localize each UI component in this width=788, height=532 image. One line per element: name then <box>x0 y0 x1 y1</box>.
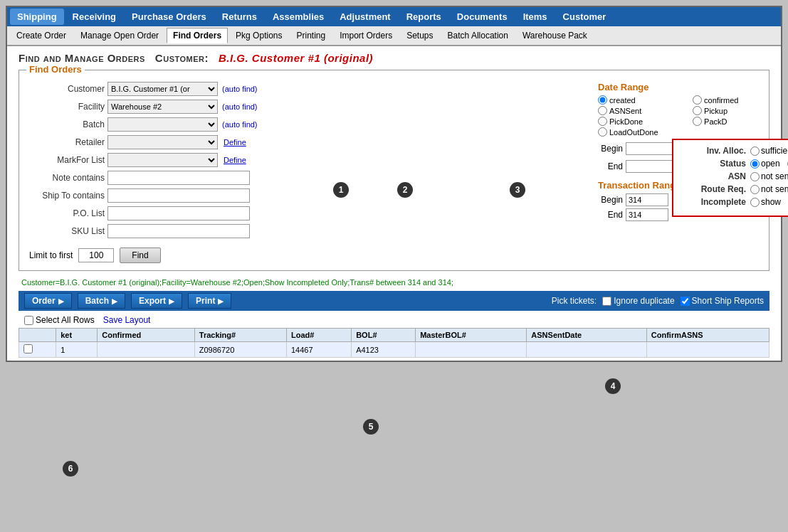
date-packd-radio[interactable]: PackD <box>693 117 762 126</box>
nav-shipping[interactable]: Shipping <box>10 9 64 25</box>
markfor-select[interactable] <box>107 153 218 167</box>
row-checkbox-cell[interactable] <box>19 342 56 358</box>
status-row: Status open closed either <box>682 159 788 169</box>
col-bol: BOL# <box>352 329 416 342</box>
retailer-define[interactable]: Define <box>224 138 246 147</box>
find-button[interactable]: Find <box>120 248 160 263</box>
nav-receiving[interactable]: Receiving <box>65 9 123 25</box>
incomplete-label: Incomplete <box>682 197 746 207</box>
date-pickdone-radio[interactable]: PickDone <box>598 117 681 126</box>
date-confirmed-radio[interactable]: confirmed <box>693 95 762 105</box>
nav-items[interactable]: Items <box>516 9 555 25</box>
batch-button[interactable]: Batch ▶ <box>78 293 125 309</box>
col-load: Load# <box>286 329 351 342</box>
asn-not-sent[interactable]: not sent <box>750 171 788 181</box>
row-checkbox[interactable] <box>23 344 33 353</box>
nav-assemblies[interactable]: Assemblies <box>266 9 331 25</box>
skulist-input[interactable] <box>107 224 250 238</box>
nav-pkg-options[interactable]: Pkg Options <box>229 28 288 43</box>
nav-adjustment[interactable]: Adjustment <box>332 9 398 25</box>
inv-alloc-row: Inv. Alloc. sufficient over either <box>682 146 788 156</box>
shipto-field-label: Ship To contains <box>26 191 105 201</box>
status-open[interactable]: open <box>750 159 780 169</box>
limit-to-first-label: Limit to first <box>29 250 73 260</box>
incomplete-radio-group: show hide either <box>750 197 788 207</box>
ignore-duplicate-checkbox[interactable] <box>602 297 611 306</box>
callout-1: 1 <box>333 182 349 198</box>
date-range-title: Date Range <box>598 82 762 92</box>
route-req-label: Route Req. <box>682 184 746 194</box>
short-ship-reports-label[interactable]: Short Ship Reports <box>681 296 764 306</box>
col-checkbox <box>19 329 56 342</box>
order-button-arrow: ▶ <box>58 297 64 305</box>
order-button[interactable]: Order ▶ <box>24 293 72 309</box>
markfor-define[interactable]: Define <box>224 156 246 164</box>
inv-alloc-sufficient[interactable]: sufficient <box>750 146 788 156</box>
col-confirmed: Confirmed <box>98 329 195 342</box>
page-title-bar: Find and Manage Orders Customer: B.I.G. … <box>7 46 781 67</box>
select-all-rows-text: Select All Rows <box>36 315 95 325</box>
date-asnsent-radio[interactable]: ASNSent <box>598 106 681 115</box>
nav-create-order[interactable]: Create Order <box>10 28 73 43</box>
date-pickup-radio[interactable]: Pickup <box>693 106 762 115</box>
polist-field-label: P.O. List <box>26 208 105 218</box>
route-not-sent[interactable]: not sent <box>750 184 788 194</box>
select-all-rows-checkbox[interactable] <box>24 316 33 325</box>
asn-radio-group: not sent sent either <box>750 171 788 181</box>
nav-returns[interactable]: Returns <box>215 9 264 25</box>
table-row[interactable]: 1 Z0986720 14467 A4123 <box>19 342 769 358</box>
callout-4: 4 <box>605 378 621 394</box>
nav-find-orders[interactable]: Find Orders <box>167 28 228 43</box>
short-ship-reports-checkbox[interactable] <box>681 297 690 306</box>
top-nav: Shipping Receiving Purchase Orders Retur… <box>7 7 781 26</box>
inv-alloc-radio-group: sufficient over either <box>750 146 788 156</box>
nav-manage-open-order[interactable]: Manage Open Order <box>74 28 165 43</box>
trans-begin-input[interactable] <box>626 193 668 206</box>
facility-select[interactable]: Warehouse #2 <box>107 100 218 114</box>
route-req-radio-group: not sent sent either <box>750 184 788 194</box>
nav-printing[interactable]: Printing <box>290 28 332 43</box>
pick-tickets-area: Pick tickets: Ignore duplicate Short Shi… <box>552 296 764 306</box>
retailer-select[interactable] <box>107 135 218 149</box>
save-layout-link[interactable]: Save Layout <box>103 315 151 325</box>
status-label: Status <box>682 159 746 169</box>
limit-to-first-input[interactable] <box>78 248 114 262</box>
nav-reports[interactable]: Reports <box>399 9 448 25</box>
select-row: Select All Rows Save Layout <box>19 314 769 326</box>
skulist-row: SKU List <box>26 224 319 238</box>
customer-select[interactable]: B.I.G. Customer #1 (or <box>107 82 218 96</box>
batch-auto-find[interactable]: (auto find) <box>222 120 258 129</box>
shipto-input[interactable] <box>107 188 250 203</box>
note-input[interactable] <box>107 171 250 185</box>
incomplete-show[interactable]: show <box>750 197 781 207</box>
print-button[interactable]: Print ▶ <box>188 293 231 309</box>
date-loadoutdone-radio[interactable]: LoadOutDone <box>598 127 681 137</box>
query-string: Customer=B.I.G. Customer #1 (original);F… <box>19 277 769 288</box>
short-ship-reports-text: Short Ship Reports <box>692 296 764 306</box>
nav-customer[interactable]: Customer <box>556 9 614 25</box>
nav-purchase-orders[interactable]: Purchase Orders <box>125 9 214 25</box>
select-all-rows-label[interactable]: Select All Rows <box>24 315 95 325</box>
polist-input[interactable] <box>107 206 250 220</box>
nav-warehouse-pack[interactable]: Warehouse Pack <box>516 28 594 43</box>
batch-select[interactable] <box>107 117 218 132</box>
nav-batch-allocation[interactable]: Batch Allocation <box>441 28 515 43</box>
nav-import-orders[interactable]: Import Orders <box>333 28 399 43</box>
customer-name: B.I.G. Customer #1 (original) <box>219 52 373 64</box>
retailer-row: Retailer Define <box>26 135 319 149</box>
customer-auto-find[interactable]: (auto find) <box>222 85 258 93</box>
date-created-radio[interactable]: created <box>598 95 681 105</box>
date-begin-label: Begin <box>598 144 623 154</box>
action-bar: Order ▶ Batch ▶ Export ▶ Print ▶ Pick t <box>19 291 769 311</box>
nav-documents[interactable]: Documents <box>450 9 515 25</box>
batch-row: Batch (auto find) <box>26 117 319 132</box>
asn-label: ASN <box>682 171 746 181</box>
ignore-duplicate-label[interactable]: Ignore duplicate <box>602 296 674 306</box>
trans-end-input[interactable] <box>626 208 668 221</box>
col-ket: ket <box>56 329 98 342</box>
nav-setups[interactable]: Setups <box>400 28 439 43</box>
pick-tickets-label: Pick tickets: <box>552 296 597 306</box>
export-button[interactable]: Export ▶ <box>131 293 182 309</box>
note-field-label: Note contains <box>26 173 105 183</box>
facility-auto-find[interactable]: (auto find) <box>222 102 258 111</box>
